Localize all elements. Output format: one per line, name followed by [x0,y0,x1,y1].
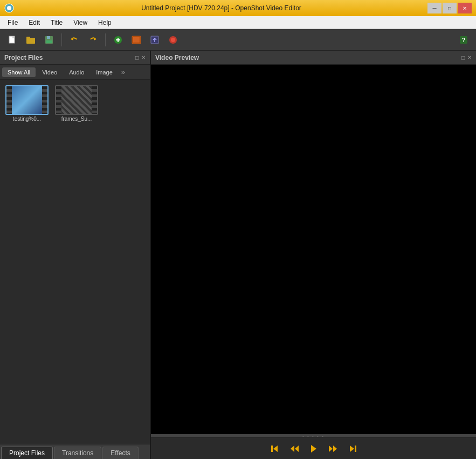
title-bar: Untitled Project [HDV 720 24p] - OpenSho… [0,0,476,16]
svg-marker-19 [295,446,299,452]
thumb-content-2 [61,86,92,114]
save-button[interactable] [41,32,57,47]
window-title: Untitled Project [HDV 720 24p] - OpenSho… [15,4,427,12]
toolbar: ? [0,29,476,51]
save-icon [44,35,54,45]
open-icon [26,36,36,44]
menu-help[interactable]: Help [93,18,117,28]
svg-rect-17 [271,446,273,452]
skip-end-icon [348,444,357,453]
rewind-icon [289,444,299,453]
new-icon [8,35,17,45]
file-thumbnail-2 [55,85,98,115]
filter-more-button[interactable]: » [119,66,127,78]
skip-to-end-button[interactable] [346,442,360,455]
project-files-header: Project Files ◻ ✕ [0,51,150,65]
maximize-button[interactable]: □ [443,3,457,13]
svg-marker-16 [273,446,278,452]
menu-edit[interactable]: Edit [23,18,45,28]
filmstrip-left-1 [6,86,12,114]
main-content: Project Files ◻ ✕ Show All Video Audio I… [0,51,476,459]
tab-transitions[interactable]: Transitions [54,447,101,459]
svg-rect-6 [47,36,50,39]
file-thumb-1[interactable]: testing%0... [4,84,50,123]
playback-controls [151,437,476,459]
panel-restore-button[interactable]: ◻ [135,54,139,60]
left-panel: Project Files ◻ ✕ Show All Video Audio I… [0,51,151,459]
filmstrip-icon [132,36,141,44]
svg-point-1 [7,6,11,10]
video-preview-label: Video Preview [155,54,199,61]
undo-button[interactable] [66,32,82,47]
filter-video-tab[interactable]: Video [37,67,63,77]
file-thumb-2[interactable]: frames_Su... [54,84,99,123]
file-label-2: frames_Su... [61,116,92,122]
skip-to-start-button[interactable] [268,442,282,455]
thumb-content-1 [12,86,42,114]
filmstrip-right-1 [42,86,47,114]
window-buttons: ─ □ ✕ [427,3,472,13]
new-button[interactable] [4,32,20,47]
svg-marker-18 [291,446,294,452]
filter-image-tab[interactable]: Image [91,67,118,77]
menu-view[interactable]: View [68,18,93,28]
svg-marker-20 [311,445,316,453]
video-area [151,65,476,434]
file-label-1: testing%0... [13,116,41,122]
play-button[interactable] [307,442,321,456]
fast-forward-button[interactable] [326,442,340,455]
right-panel: Video Preview ◻ ✕ • • • • • [151,51,476,459]
preview-restore-button[interactable]: ◻ [461,54,465,60]
open-button[interactable] [23,32,39,47]
record-button[interactable] [165,32,181,47]
export-button[interactable] [147,32,163,47]
svg-rect-24 [355,446,356,452]
add-icon [114,36,122,44]
svg-marker-21 [329,446,333,452]
close-button[interactable]: ✕ [458,3,472,13]
add-track-button[interactable] [110,32,126,47]
svg-marker-23 [350,446,354,452]
video-preview-header: Video Preview ◻ ✕ [151,51,476,65]
redo-button[interactable] [85,32,101,47]
svg-point-13 [171,38,175,42]
svg-text:?: ? [462,37,466,43]
help-icon: ? [459,35,468,45]
undo-icon [70,36,79,44]
app-icon [4,3,15,13]
filmstrip-right-2 [92,86,97,114]
files-area: testing%0... frames_Su... [0,80,150,444]
toolbar-sep-1 [61,33,62,46]
toolbar-sep-2 [105,33,106,46]
filmstrip-left-2 [56,86,61,114]
svg-rect-7 [46,40,52,43]
tab-effects[interactable]: Effects [102,447,138,459]
svg-rect-3 [26,38,35,44]
menu-bar: File Edit Title View Help [0,16,476,29]
filmstrip-button[interactable] [128,32,144,47]
rewind-button[interactable] [287,442,301,455]
filter-audio-tab[interactable]: Audio [64,67,89,77]
fast-forward-icon [328,444,338,453]
preview-header-icons: ◻ ✕ [461,54,472,60]
svg-rect-10 [133,37,140,43]
minimize-button[interactable]: ─ [427,3,441,13]
skip-start-icon [270,444,280,453]
bottom-tabs: Project Files Transitions Effects [0,444,150,459]
tab-project-files[interactable]: Project Files [1,447,53,459]
svg-rect-4 [26,37,30,38]
filter-all-tab[interactable]: Show All [2,67,36,77]
help-icon-button[interactable]: ? [456,32,472,47]
project-files-label: Project Files [4,54,43,61]
redo-icon [88,36,97,44]
preview-close-button[interactable]: ✕ [467,54,472,60]
menu-title[interactable]: Title [45,18,68,28]
export-icon [150,36,159,44]
project-files-icons: ◻ ✕ [135,54,146,60]
record-icon [169,36,177,44]
svg-marker-22 [333,446,337,452]
play-icon [309,444,319,454]
menu-file[interactable]: File [2,18,23,28]
panel-close-button[interactable]: ✕ [141,54,146,60]
file-thumbnail-1 [5,85,49,115]
